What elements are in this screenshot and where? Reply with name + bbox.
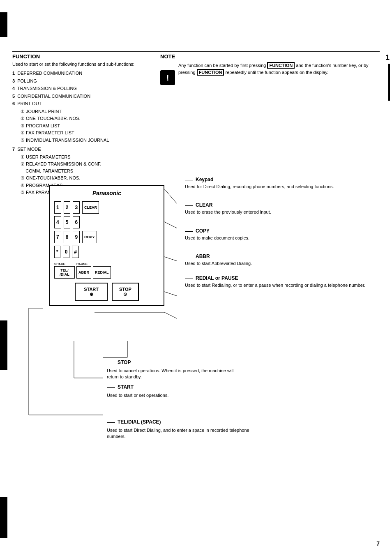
keypad-row-4: * 0 # xyxy=(54,246,159,258)
note-section: NOTE ! Any function can be started by fi… xyxy=(160,53,371,196)
key-start[interactable]: START ⊕ xyxy=(75,283,108,301)
key-empty-2 xyxy=(81,246,85,258)
diagram-wrapper: Panasonic 1 2 3 CLEAR 4 5 6 xyxy=(12,177,382,489)
copy-label-desc: Used to make document copies. xyxy=(185,235,365,241)
svg-line-3 xyxy=(164,222,177,228)
key-7[interactable]: 7 xyxy=(54,231,61,243)
function-item-5: 5 CONFIDENTIAL COMMUNICATION xyxy=(12,93,152,100)
keypad-row-2: 4 5 6 xyxy=(54,216,159,228)
function-item-4: 4 TRANSMISSION & POLLING xyxy=(12,85,152,92)
page-indicator-bar: 1 xyxy=(383,53,392,103)
note-text: Any function can be started by first pre… xyxy=(178,62,371,76)
stop-label: STOP xyxy=(119,287,131,292)
clear-label-desc: Used to erase the previously entered inp… xyxy=(185,209,365,215)
stop-line xyxy=(107,363,115,363)
redial-label-block: REDIAL or PAUSE Used to start Redialing,… xyxy=(185,275,365,288)
function-section: FUNCTION Used to start or set the follow… xyxy=(12,53,152,196)
key-hash[interactable]: # xyxy=(72,246,79,258)
keypad-row-1: 1 2 3 CLEAR xyxy=(54,201,159,214)
abbr-label-row: ABBR xyxy=(185,253,365,260)
keypad-bottom-row: SPACE TEL//DIAL PAUSE ABBR REDIAL xyxy=(54,262,159,279)
key-abbr[interactable]: ABBR xyxy=(76,266,91,279)
keypad-label-row: Keypad xyxy=(185,177,365,184)
key-9[interactable]: 9 xyxy=(73,231,80,243)
redial-label-title: REDIAL or PAUSE xyxy=(196,275,238,281)
key-stop[interactable]: STOP ⊙ xyxy=(112,283,139,301)
keypad-panel: Panasonic 1 2 3 CLEAR 4 5 6 xyxy=(49,185,164,306)
key-empty-1 xyxy=(82,216,85,228)
svg-line-1 xyxy=(164,189,177,203)
function-sub-6-1: ① JOURNAL PRINT xyxy=(21,108,152,115)
key-copy[interactable]: COPY xyxy=(82,231,97,243)
key-star[interactable]: * xyxy=(54,246,60,258)
start-line xyxy=(107,387,115,388)
function-title: FUNCTION xyxy=(12,53,152,60)
teldial-label-desc: Used to start Direct Dialing, and to ent… xyxy=(107,427,263,440)
key-8[interactable]: 8 xyxy=(64,231,71,243)
clear-label-block: CLEAR Used to erase the previously enter… xyxy=(185,202,365,215)
abbr-label-desc: Used to start Abbreviated Dialing. xyxy=(185,260,365,267)
function-desc: Used to start or set the following funct… xyxy=(12,61,152,67)
pause-wrapper: PAUSE ABBR xyxy=(76,262,91,279)
copy-line xyxy=(185,231,193,232)
copy-label-row: COPY xyxy=(185,228,365,235)
function-sub-6-3: ③ PROGRAM LIST xyxy=(21,122,152,129)
function-item-6: 6 PRINT OUT xyxy=(12,100,152,107)
abbr-label-block: ABBR Used to start Abbreviated Dialing. xyxy=(185,253,365,267)
note-title: NOTE xyxy=(160,53,371,60)
start-stop-row: START ⊕ STOP ⊙ xyxy=(54,283,159,301)
start-desc-area: START Used to start or set operations. xyxy=(107,384,238,399)
top-separator xyxy=(12,51,380,52)
key-1[interactable]: 1 xyxy=(54,201,61,214)
stop-icon: ⊙ xyxy=(119,292,131,297)
key-tel-dial[interactable]: TEL//DIAL xyxy=(54,266,75,279)
keypad-label-title: Keypad xyxy=(196,177,213,182)
function-sub-6-2: ② ONE-TOUCH/ABBR. NOS. xyxy=(21,115,152,122)
keypad-line xyxy=(185,180,193,180)
stop-desc-area: STOP Used to cancel operations. When it … xyxy=(107,359,238,380)
key-2[interactable]: 2 xyxy=(64,201,71,214)
copy-label-title: COPY xyxy=(196,228,210,234)
function-key-label2: FUNCTION xyxy=(197,69,224,76)
start-label-title: START xyxy=(118,384,134,390)
pause-label: PAUSE xyxy=(76,262,91,266)
left-bar-mid xyxy=(0,320,7,370)
function-key-label: FUNCTION xyxy=(267,62,295,69)
keypad-label-block: Keypad Used for Direct Dialing, recordin… xyxy=(185,177,365,190)
brand-label: Panasonic xyxy=(54,190,159,196)
stop-label-desc: Used to cancel operations. When it is pr… xyxy=(107,368,238,380)
redial-label-desc: Used to start Redialing, or to enter a p… xyxy=(185,282,365,288)
redial-label-row: REDIAL or PAUSE xyxy=(185,275,365,282)
key-6[interactable]: 6 xyxy=(73,216,80,228)
function-sub-6-5: ⑤ INDIVIDUAL TRANSMISSION JOURNAL xyxy=(21,137,152,144)
key-redial[interactable]: REDIAL xyxy=(93,266,111,279)
start-label-desc: Used to start or set operations. xyxy=(107,392,238,399)
clear-label-row: CLEAR xyxy=(185,202,365,209)
teldial-label-title: TEL/DIAL (SPACE) xyxy=(118,419,161,425)
start-label: START xyxy=(84,287,99,292)
teldial-title-row: TEL/DIAL (SPACE) xyxy=(107,419,263,426)
svg-line-5 xyxy=(164,257,177,261)
teldial-desc-area: TEL/DIAL (SPACE) Used to start Direct Di… xyxy=(107,419,263,440)
abbr-line xyxy=(185,257,193,257)
key-3[interactable]: 3 xyxy=(73,201,80,214)
key-4[interactable]: 4 xyxy=(54,216,61,228)
key-0[interactable]: 0 xyxy=(63,246,70,258)
function-sub-6-4: ④ FAX PARAMETER LIST xyxy=(21,129,152,136)
copy-label-block: COPY Used to make document copies. xyxy=(185,228,365,241)
abbr-label-title: ABBR xyxy=(196,253,210,259)
svg-line-9 xyxy=(164,312,177,318)
keypad-label-desc: Used for Direct Dialing, recording phone… xyxy=(185,184,365,190)
left-bar-bottom xyxy=(0,497,7,538)
function-item-7: 7 SET MODE xyxy=(12,146,152,153)
key-5[interactable]: 5 xyxy=(64,216,71,228)
diagram-area: Panasonic 1 2 3 CLEAR 4 5 6 xyxy=(12,177,380,489)
exclamation-icon: ! xyxy=(166,73,169,83)
key-clear[interactable]: CLEAR xyxy=(82,201,99,214)
page-container: 1 FUNCTION Used to start or set the foll… xyxy=(0,0,392,553)
function-item-1: 1 DEFERRED COMMUNICATION xyxy=(12,70,152,77)
start-title-row: START xyxy=(107,384,238,391)
start-icon: ⊕ xyxy=(84,292,99,297)
clear-label-title: CLEAR xyxy=(196,202,212,208)
left-bar-top xyxy=(0,12,7,37)
